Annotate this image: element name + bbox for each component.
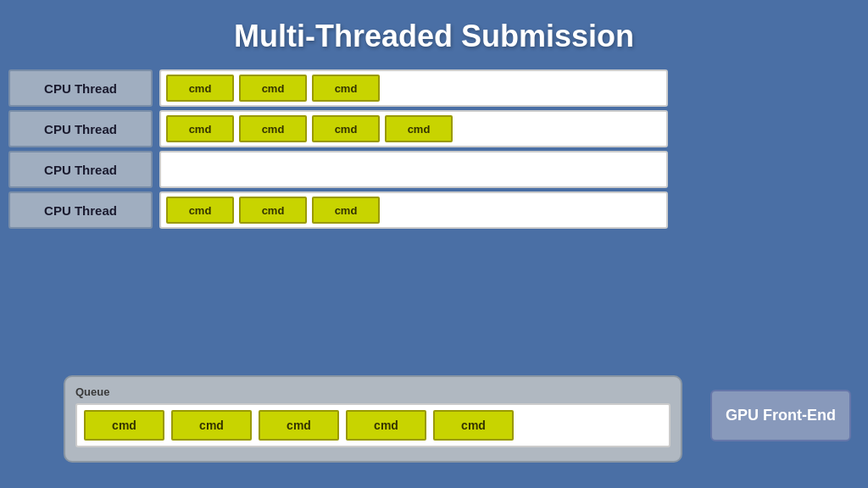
thread-label-2: CPU Thread (8, 151, 153, 188)
thread-3-cmd-1: cmd (239, 197, 307, 224)
thread-track-1: cmdcmdcmdcmd (159, 110, 668, 147)
thread-1-cmd-0: cmd (166, 115, 234, 142)
thread-label-0: CPU Thread (8, 69, 153, 107)
queue-cmd-3: cmd (346, 410, 426, 441)
queue-label: Queue (75, 385, 670, 398)
queue-section: Queue cmdcmdcmdcmdcmd (64, 375, 682, 463)
page-title: Multi-Threaded Submission (0, 0, 868, 69)
gpu-frontend: GPU Front-End (710, 390, 851, 441)
thread-0-cmd-2: cmd (312, 75, 380, 102)
thread-row-3: CPU Threadcmdcmdcmd (8, 191, 860, 229)
thread-label-3: CPU Thread (8, 191, 153, 229)
thread-track-0: cmdcmdcmd (159, 69, 668, 107)
queue-track: cmdcmdcmdcmdcmd (75, 403, 670, 447)
thread-3-cmd-2: cmd (312, 197, 380, 224)
thread-label-1: CPU Thread (8, 110, 153, 147)
thread-row-1: CPU Threadcmdcmdcmdcmd (8, 110, 860, 147)
thread-3-cmd-0: cmd (166, 197, 234, 224)
thread-0-cmd-0: cmd (166, 75, 234, 102)
thread-1-cmd-2: cmd (312, 115, 380, 142)
thread-1-cmd-3: cmd (385, 115, 453, 142)
thread-track-3: cmdcmdcmd (159, 191, 668, 229)
thread-0-cmd-1: cmd (239, 75, 307, 102)
thread-row-0: CPU Threadcmdcmdcmd (8, 69, 860, 107)
thread-1-cmd-1: cmd (239, 115, 307, 142)
queue-cmd-0: cmd (84, 410, 164, 441)
thread-row-2: CPU Thread (8, 151, 860, 188)
thread-track-2 (159, 151, 668, 188)
threads-section: CPU ThreadcmdcmdcmdCPU Threadcmdcmdcmdcm… (0, 69, 868, 229)
queue-cmd-2: cmd (259, 410, 339, 441)
queue-cmd-1: cmd (171, 410, 252, 441)
queue-cmd-4: cmd (433, 410, 514, 441)
